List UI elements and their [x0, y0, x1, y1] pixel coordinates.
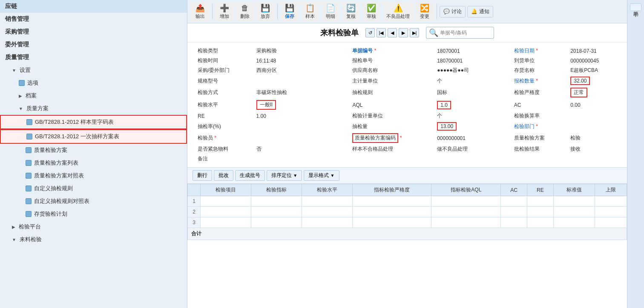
field-row-4: 规格型号 主计量单位 个 报检数量 * — [194, 75, 620, 86]
sidebar-item-supply-chain[interactable]: 应链 — [0, 0, 187, 13]
sidebar-item-settings[interactable]: ▼ 设置 — [0, 64, 187, 77]
expand-icon: ▼ — [12, 237, 16, 242]
sidebar-item-custom-sample-rule[interactable]: 自定义抽检规则 — [0, 182, 187, 195]
sidebar-item-sales[interactable]: 销售管理 — [0, 13, 187, 26]
expand-icon: ▶ — [19, 94, 22, 98]
row3-col7[interactable] — [527, 217, 554, 228]
sidebar-item-files[interactable]: ▶ 档案 — [0, 89, 187, 102]
sidebar-item-stock-check-plan[interactable]: 存货验检计划 — [0, 208, 187, 220]
notify-button[interactable]: 🔔 通知 — [467, 6, 493, 17]
review-icon: ✅ — [367, 3, 376, 13]
save-icon: 💾 — [285, 3, 294, 13]
nav-prev-btn[interactable]: ◀ — [388, 28, 397, 37]
sidebar-label: 选项 — [27, 79, 38, 87]
output-button[interactable]: 📤 输出 — [191, 2, 210, 21]
row1-col9[interactable] — [595, 196, 627, 207]
row3-col9[interactable] — [595, 217, 627, 228]
save-sub-button[interactable]: 💾 放弃 — [256, 2, 275, 21]
save-button[interactable]: 💾 保存 — [280, 2, 299, 21]
row2-col5[interactable] — [431, 207, 501, 217]
change-button[interactable]: 🔀 变更 — [415, 2, 434, 21]
detail-button[interactable]: 📄 明细 — [321, 2, 340, 21]
row1-col3[interactable] — [302, 196, 353, 207]
row3-col1[interactable] — [201, 217, 251, 228]
batch-edit-button[interactable]: 批改 — [214, 170, 233, 181]
sidebar-item-options[interactable]: 选项 — [0, 77, 187, 89]
nav-first-btn[interactable]: |◀ — [377, 28, 386, 37]
sidebar-item-incoming-check[interactable]: ▼ 来料检验 — [0, 233, 187, 246]
quality-plan-value: 检验 — [567, 132, 620, 144]
purchase-dept-label: 采购/委外部门 — [194, 66, 253, 75]
sidebar-item-quality-check-compare[interactable]: 质量检验方案对照表 — [0, 169, 187, 182]
sidebar-item-quality-plan[interactable]: ▼ 质量方案 — [0, 102, 187, 115]
display-format-button[interactable]: 显示格式 — [304, 170, 339, 181]
row3-col4[interactable] — [353, 217, 431, 228]
col-num — [188, 184, 201, 196]
row1-col6[interactable] — [501, 196, 527, 207]
sample-defect-label: 样本不合格品处理 — [349, 144, 434, 154]
sidebar-label: 销售管理 — [5, 15, 29, 23]
delete-button[interactable]: 🗑 删除 — [236, 2, 254, 21]
row1-col8[interactable] — [553, 196, 595, 207]
sidebar-item-outsource[interactable]: 委外管理 — [0, 38, 187, 51]
nav-next-btn[interactable]: ▶ — [399, 28, 408, 37]
search-box[interactable]: 🔍 — [426, 27, 494, 39]
search-input[interactable] — [440, 30, 491, 36]
sidebar-item-quality-check-plan[interactable]: 质量检验方案 — [0, 144, 187, 157]
sidebar-item-gb-sample[interactable]: GB/T2828.1-2012 样本里字码表 — [0, 115, 187, 129]
defect-button[interactable]: ⚠️ 不良品处理 — [382, 2, 414, 21]
expand-icon: ▶ — [12, 225, 15, 229]
discuss-button[interactable]: 💬 讨论 — [440, 6, 466, 17]
row3-col5[interactable] — [431, 217, 501, 228]
sidebar-label: 自定义抽检规则 — [34, 185, 73, 192]
row2-col1[interactable] — [201, 207, 251, 217]
sidebar-item-check-platform[interactable]: ▶ 检验平台 — [0, 220, 187, 233]
check-time-label: 检验时间 — [194, 56, 253, 66]
row3-col3[interactable] — [302, 217, 353, 228]
doc-no-label: 单据编号 * — [349, 46, 434, 56]
row1-col5[interactable] — [431, 196, 501, 207]
row2-col8[interactable] — [553, 207, 595, 217]
note-label: 备注 — [194, 154, 253, 164]
search-icon: 🔍 — [429, 28, 438, 37]
table-row: 2 — [188, 207, 627, 217]
sidebar-label: 质量检验方案对照表 — [34, 172, 84, 180]
assistant-button[interactable]: 助手 — [630, 3, 641, 11]
item-icon — [26, 198, 32, 204]
row1-col1[interactable] — [201, 196, 251, 207]
row2-col7[interactable] — [527, 207, 554, 217]
add-button[interactable]: ➕ 增加 — [215, 2, 234, 21]
output-label: 输出 — [196, 13, 205, 20]
item-icon — [26, 147, 32, 153]
nav-last-btn[interactable]: ▶| — [410, 28, 419, 37]
row3-col8[interactable] — [553, 217, 595, 228]
row1-col2[interactable] — [251, 196, 302, 207]
field-row-5: 检验方式 非破坏性抽检 抽检规则 国标 检验严格度 — [194, 86, 620, 99]
sort-locate-button[interactable]: 排序定位 — [267, 170, 302, 181]
sidebar-label: 质量方案 — [26, 105, 49, 112]
recheck-icon: 🔄 — [346, 3, 356, 13]
sidebar-item-gb-once[interactable]: GB/T2828.1-2012 一次抽样方案表 — [0, 129, 187, 144]
main-unit-label: 主计量单位 — [349, 75, 434, 86]
sidebar-item-quality-check-list[interactable]: 质量检验方案列表 — [0, 157, 187, 169]
row2-col2[interactable] — [251, 207, 302, 217]
delete-row-button[interactable]: 删行 — [193, 170, 212, 181]
sidebar-item-quality[interactable]: 质量管理 — [0, 51, 187, 64]
sidebar-item-custom-sample-compare[interactable]: 自定义抽检规则对照表 — [0, 195, 187, 208]
row2-col6[interactable] — [501, 207, 527, 217]
nav-refresh-btn[interactable]: ↺ — [365, 28, 375, 37]
row2-col9[interactable] — [595, 207, 627, 217]
review-button[interactable]: ✅ 审核 — [362, 2, 381, 21]
sidebar-item-purchase[interactable]: 采购管理 — [0, 26, 187, 38]
row2-col3[interactable] — [302, 207, 353, 217]
quality-plan-code-value: 0000000001 — [434, 132, 511, 144]
toolbar: 📤 输出 ➕ 增加 🗑 删除 💾 放弃 💾 保存 📋 — [187, 0, 627, 23]
sample-button[interactable]: 📋 样本 — [301, 2, 319, 21]
gen-batch-button[interactable]: 生成批号 — [235, 170, 265, 181]
row3-col6[interactable] — [501, 217, 527, 228]
row1-col4[interactable] — [353, 196, 431, 207]
row1-col7[interactable] — [527, 196, 554, 207]
row2-col4[interactable] — [353, 207, 431, 217]
row3-col2[interactable] — [251, 217, 302, 228]
recheck-button[interactable]: 🔄 复核 — [342, 2, 360, 21]
